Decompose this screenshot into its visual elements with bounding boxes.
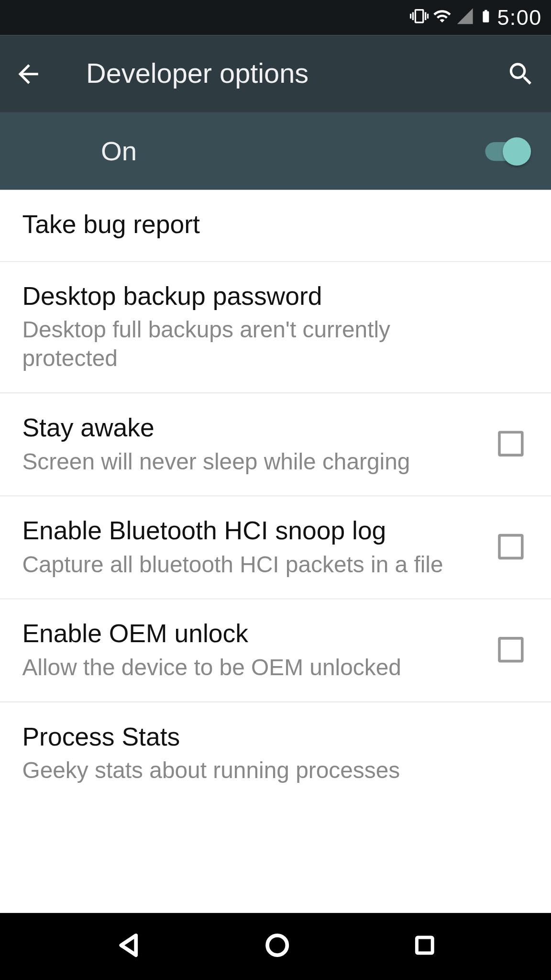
search-button[interactable] (504, 59, 538, 89)
status-bar: 5:00 (0, 0, 551, 35)
master-toggle-label: On (101, 136, 137, 166)
svg-point-0 (267, 935, 287, 955)
setting-subtitle: Geeky stats about running processes (22, 756, 452, 784)
checkbox-oem-unlock[interactable] (498, 637, 523, 662)
nav-back-button[interactable] (113, 930, 143, 963)
app-bar: Developer options (0, 35, 551, 112)
setting-title: Take bug report (22, 209, 529, 241)
navigation-bar (0, 913, 551, 980)
setting-subtitle: Allow the device to be OEM unlocked (22, 653, 452, 681)
vibrate-icon (409, 7, 428, 28)
master-toggle-switch[interactable] (485, 137, 531, 165)
setting-stay-awake[interactable]: Stay awake Screen will never sleep while… (0, 393, 551, 496)
setting-title: Enable OEM unlock (22, 618, 485, 650)
setting-subtitle: Desktop full backups aren't currently pr… (22, 315, 452, 372)
setting-title: Stay awake (22, 412, 485, 444)
master-toggle-row[interactable]: On (0, 112, 551, 190)
setting-enable-oem-unlock[interactable]: Enable OEM unlock Allow the device to be… (0, 599, 551, 702)
wifi-icon (432, 7, 451, 28)
battery-icon (478, 7, 493, 28)
setting-enable-bluetooth-hci[interactable]: Enable Bluetooth HCI snoop log Capture a… (0, 496, 551, 599)
back-button[interactable] (13, 59, 47, 89)
setting-title: Enable Bluetooth HCI snoop log (22, 515, 485, 547)
page-title: Developer options (86, 58, 504, 89)
setting-take-bug-report[interactable]: Take bug report (0, 190, 551, 262)
checkbox-stay-awake[interactable] (498, 431, 523, 456)
setting-process-stats[interactable]: Process Stats Geeky stats about running … (0, 702, 551, 805)
setting-subtitle: Capture all bluetooth HCI packets in a f… (22, 550, 452, 579)
setting-subtitle: Screen will never sleep while charging (22, 447, 452, 476)
svg-rect-1 (417, 937, 432, 953)
nav-home-button[interactable] (262, 930, 292, 963)
setting-title: Desktop backup password (22, 280, 529, 312)
nav-recent-button[interactable] (411, 932, 438, 961)
settings-list: Take bug report Desktop backup password … (0, 190, 551, 805)
signal-icon (455, 7, 474, 28)
setting-desktop-backup-password[interactable]: Desktop backup password Desktop full bac… (0, 262, 551, 393)
status-time: 5:00 (497, 5, 541, 30)
setting-title: Process Stats (22, 721, 529, 753)
checkbox-bluetooth-hci[interactable] (498, 534, 523, 559)
